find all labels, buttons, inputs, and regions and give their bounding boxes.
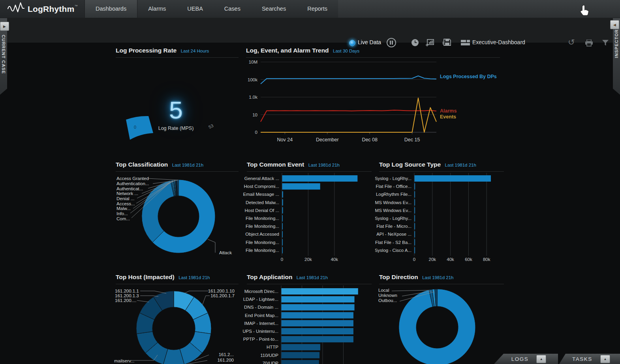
svg-text:Dec 08: Dec 08 — [362, 137, 378, 143]
save-dashboard-icon[interactable] — [442, 38, 451, 48]
svg-text:Host Compromi...: Host Compromi... — [244, 184, 279, 189]
donut-label: Com... — [116, 216, 130, 221]
svg-text:File Monitoring...: File Monitoring... — [246, 224, 279, 229]
svg-text:70/UDP: 70/UDP — [263, 361, 279, 364]
refresh-icon[interactable]: ↺ — [568, 38, 575, 47]
donut-label: Network ... — [116, 191, 138, 196]
svg-text:UPS - Uninterru...: UPS - Uninterru... — [243, 329, 278, 334]
svg-text:File Monitoring...: File Monitoring... — [246, 240, 279, 245]
svg-text:IMAP - Internet...: IMAP - Internet... — [244, 321, 278, 326]
tasks-label: TASKS — [572, 356, 592, 362]
dashboard-toolbar: Live Data Executive — [0, 18, 620, 43]
dashboard-layout-icon[interactable] — [461, 40, 470, 47]
trend-line-chart[interactable]: 10M100k1.0k100Nov 24DecemberDec 08Dec 15 — [242, 45, 502, 154]
donut-label: Authenticat... — [116, 186, 143, 191]
donut-label: Denial ... — [116, 196, 134, 201]
host-donut-chart[interactable] — [112, 271, 240, 364]
donut-label: 161.2... — [219, 352, 234, 357]
donut-label-attack: Attack — [219, 250, 232, 255]
svg-text:MS Windows Ev...: MS Windows Ev... — [375, 200, 411, 205]
nav-tab-ueba[interactable]: UEBA — [177, 0, 214, 18]
svg-text:File Monitoring...: File Monitoring... — [246, 248, 279, 253]
svg-text:20k: 20k — [304, 257, 312, 262]
widget-top-common-event: Top Common Event Last 1981d 21h 020k40kG… — [243, 159, 373, 266]
top-navbar: LogRhythm™ Dashboards Alarms UEBA Cases … — [0, 0, 620, 18]
common-event-bar-chart[interactable]: 020k40kGeneral Attack ...Host Compromi..… — [243, 159, 373, 266]
legend-alarms[interactable]: Alarms — [440, 108, 457, 114]
svg-text:40k: 40k — [447, 257, 454, 262]
svg-text:MS Windows Ev...: MS Windows Ev... — [375, 208, 411, 213]
legend-events[interactable]: Events — [440, 114, 456, 120]
bottom-dock: LOGS ▲ TASKS ▲ — [494, 354, 620, 364]
donut-label: 161.200 — [217, 358, 234, 362]
donut-label: Access... — [116, 201, 135, 206]
donut-label: 161.200.... — [115, 298, 136, 303]
svg-text:Flat File - Office...: Flat File - Office... — [376, 184, 411, 189]
logo[interactable]: LogRhythm™ — [0, 0, 85, 18]
gauge-metric-label: Log Rate (MPS) — [112, 126, 240, 131]
svg-text:Flat File - Micro...: Flat File - Micro... — [376, 224, 411, 229]
print-icon[interactable] — [585, 39, 593, 48]
nav-tab-reports[interactable]: Reports — [297, 0, 338, 18]
inspector-expand-button[interactable]: ◀ — [610, 20, 619, 29]
donut-label: Malw... — [116, 206, 131, 211]
tasks-expand-button[interactable]: ▲ — [600, 355, 610, 363]
pause-button[interactable] — [387, 38, 396, 47]
svg-text:1.0k: 1.0k — [249, 95, 257, 99]
filter-funnel-icon[interactable] — [602, 39, 609, 48]
donut-label: Unknown — [378, 293, 397, 298]
svg-text:December: December — [316, 137, 339, 143]
svg-text:110/UDP: 110/UDP — [260, 353, 278, 358]
svg-text:100k: 100k — [248, 77, 257, 82]
current-case-expand-button[interactable]: ▶ — [0, 22, 9, 31]
nav-tab-alarms[interactable]: Alarms — [137, 0, 177, 18]
donut-label: Access Granted — [116, 176, 149, 181]
time-range-clock-icon[interactable] — [411, 39, 419, 48]
svg-text:Microsoft Direc...: Microsoft Direc... — [244, 289, 278, 294]
nav-tab-dashboards[interactable]: Dashboards — [85, 0, 137, 18]
svg-text:0: 0 — [255, 130, 257, 135]
logo-text: LogRhythm — [28, 4, 74, 13]
logo-trademark: ™ — [74, 4, 77, 8]
tasks-drawer-tab[interactable]: TASKS ▲ — [559, 354, 620, 364]
svg-text:80k: 80k — [483, 257, 490, 262]
donut-label: Local — [378, 288, 389, 293]
gauge-tick-0: 0 — [134, 125, 136, 129]
svg-text:Syslog - LogRhy...: Syslog - LogRhy... — [375, 176, 411, 181]
donut-label: Outbou... — [378, 298, 397, 303]
gauge-value: 5 — [112, 96, 240, 124]
direction-donut-chart[interactable] — [375, 271, 505, 364]
donut-label: mailserv... — [114, 358, 135, 363]
widget-top-classification: Top Classification Last 1981d 21h Access… — [112, 159, 240, 266]
nav-tab-cases[interactable]: Cases — [214, 0, 251, 18]
svg-text:20k: 20k — [429, 257, 436, 262]
application-bar-chart[interactable]: Microsoft Direc...LDAP - Lightwe...DNS -… — [243, 271, 373, 364]
widget-top-direction: Top Direction Last 1981d 21h Local Unkno… — [375, 271, 505, 364]
widget-log-processing-rate: Log Processing Rate Last 24 Hours 5 Log … — [112, 45, 240, 153]
svg-text:API - NeXpose ...: API - NeXpose ... — [376, 232, 411, 236]
add-widget-icon[interactable] — [426, 39, 434, 48]
logo-waveform-icon — [7, 2, 24, 16]
svg-text:0: 0 — [413, 257, 415, 262]
navbar-right-area: Search... ▾ ▾ — [338, 0, 620, 18]
svg-text:10: 10 — [252, 113, 257, 117]
donut-label: Info... — [116, 211, 128, 216]
mouse-cursor-hand — [580, 5, 590, 18]
svg-text:Email Message ...: Email Message ... — [243, 192, 279, 197]
widget-top-application: Top Application Last 1981d 21h Microsoft… — [243, 271, 373, 364]
donut-label: 161.200.1.7 — [210, 293, 235, 298]
inspector-tab[interactable]: INSPECTOR — [613, 18, 620, 95]
logs-drawer-tab[interactable]: LOGS ▲ — [494, 354, 558, 364]
svg-text:HTTP: HTTP — [267, 345, 278, 349]
svg-text:LogRhythm File...: LogRhythm File... — [376, 192, 411, 197]
live-data-indicator-icon[interactable] — [349, 40, 355, 46]
legend-logs-processed[interactable]: Logs Processed By DPs — [440, 74, 497, 79]
log-source-bar-chart[interactable]: 020k40k60k80kSyslog - LogRhy...Flat File… — [375, 159, 505, 266]
svg-text:Host Denial Of ...: Host Denial Of ... — [244, 208, 279, 213]
logs-expand-button[interactable]: ▲ — [536, 355, 546, 363]
svg-text:60k: 60k — [465, 257, 472, 262]
nav-tab-searches[interactable]: Searches — [251, 0, 297, 18]
live-data-label: Live Data — [358, 39, 381, 45]
widget-top-log-source-type: Top Log Source Type Last 1981d 21h 020k4… — [375, 159, 505, 266]
dashboard-selector[interactable]: Executive-Dashboard — [472, 39, 525, 45]
